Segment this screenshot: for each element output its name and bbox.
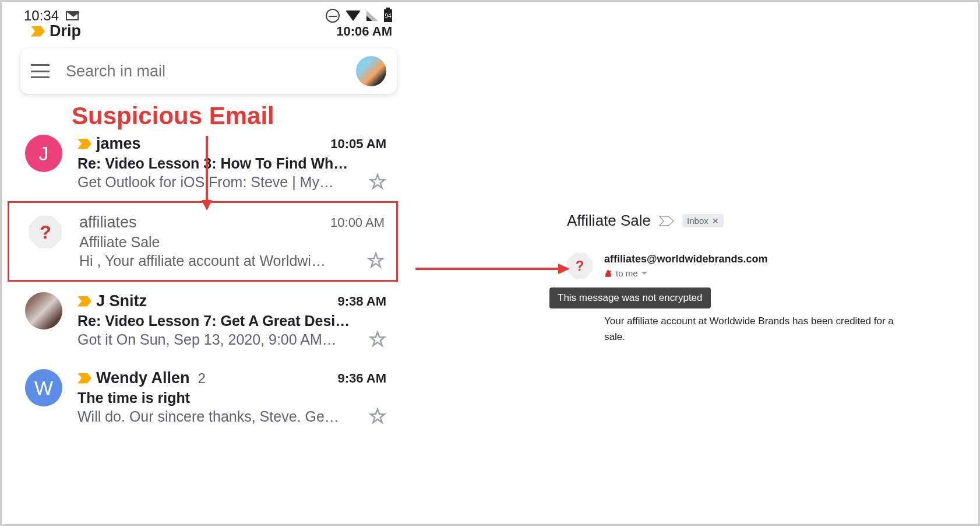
avatar-w: W (25, 369, 62, 406)
avatar-photo (25, 292, 62, 329)
star-icon[interactable] (367, 252, 385, 269)
sender-name: affiliates (79, 213, 137, 232)
detail-sender-email: affiliates@worldwidebrands.com (604, 253, 943, 265)
important-marker-icon[interactable] (77, 373, 91, 384)
do-not-disturb-icon (326, 9, 340, 23)
wifi-icon (346, 10, 361, 21)
email-snippet: Will do. Our sincere thanks, Steve. Ge… (77, 408, 363, 425)
important-marker-outline-icon[interactable] (659, 216, 674, 226)
star-icon[interactable] (369, 408, 386, 425)
status-bar: 10:34 94 (2, 2, 404, 25)
email-subject: The time is right (77, 390, 386, 406)
star-icon[interactable] (369, 331, 386, 348)
annotation-arrow-down (200, 136, 223, 212)
detail-body: Your affiliate account at Worldwide Bran… (604, 313, 907, 345)
remove-label-icon[interactable]: ✕ (712, 216, 719, 226)
svg-marker-1 (202, 200, 212, 211)
gmail-app-icon (66, 11, 79, 20)
email-subject: Re: Video Lesson 7: Get A Great Desi… (77, 313, 386, 329)
search-input[interactable] (66, 62, 356, 80)
email-item-wendy[interactable]: W Wendy Allen 2 9:36 AM The time is righ… (2, 359, 404, 436)
no-encryption-lock-icon (604, 269, 612, 278)
annotation-suspicious-label: Suspicious Email (72, 102, 274, 130)
email-time: 10:00 AM (330, 215, 385, 230)
hamburger-menu-icon[interactable] (31, 64, 50, 78)
sender-name: james (96, 135, 141, 153)
svg-marker-3 (558, 264, 570, 274)
sender-name: Wendy Allen (96, 369, 190, 387)
email-list-panel: 10:34 94 Drip 10:06 AM Suspic (2, 2, 404, 524)
sender-name: J Snitz (96, 292, 147, 310)
email-time: 10:05 AM (330, 136, 386, 152)
encryption-tooltip: This message was not encrypted (549, 287, 711, 308)
battery-icon: 94 (384, 9, 392, 22)
email-time: 9:36 AM (337, 371, 386, 386)
inbox-label-chip[interactable]: Inbox ✕ (682, 214, 724, 227)
partial-email-row[interactable]: Drip 10:06 AM (31, 22, 392, 40)
profile-avatar[interactable] (356, 56, 386, 86)
detail-to-row[interactable]: to me (604, 268, 943, 278)
star-icon[interactable] (369, 173, 386, 191)
search-bar[interactable] (20, 48, 397, 94)
to-label: to me (616, 268, 638, 278)
suspicious-question-icon: ? (29, 216, 62, 248)
email-subject: Re: Video Lesson 3: How To Find Wh… (77, 155, 386, 172)
email-time: 10:06 AM (336, 24, 392, 39)
thread-count: 2 (198, 370, 206, 387)
email-time: 9:38 AM (337, 294, 386, 309)
avatar-container: ? (27, 213, 64, 251)
email-subject: Affiliate Sale (79, 234, 385, 251)
cell-signal-icon (366, 10, 378, 21)
detail-subject: Affiliate Sale (567, 212, 651, 230)
email-snippet: Hi , Your affiliate account at Worldwi… (79, 253, 361, 269)
avatar-j: J (25, 135, 62, 172)
sender-name: Drip (50, 22, 81, 40)
status-time: 10:34 (24, 8, 59, 24)
important-marker-icon[interactable] (77, 296, 91, 307)
important-marker-icon[interactable] (77, 139, 91, 149)
important-marker-icon (31, 26, 45, 37)
email-item-jsnitz[interactable]: J Snitz 9:38 AM Re: Video Lesson 7: Get … (2, 282, 404, 359)
email-snippet: Got it On Sun, Sep 13, 2020, 9:00 AM… (77, 331, 363, 348)
chevron-down-icon[interactable] (641, 272, 647, 275)
annotation-arrow-right (415, 258, 573, 282)
email-item-affiliates[interactable]: ? affiliates 10:00 AM Affiliate Sale Hi … (8, 201, 398, 282)
